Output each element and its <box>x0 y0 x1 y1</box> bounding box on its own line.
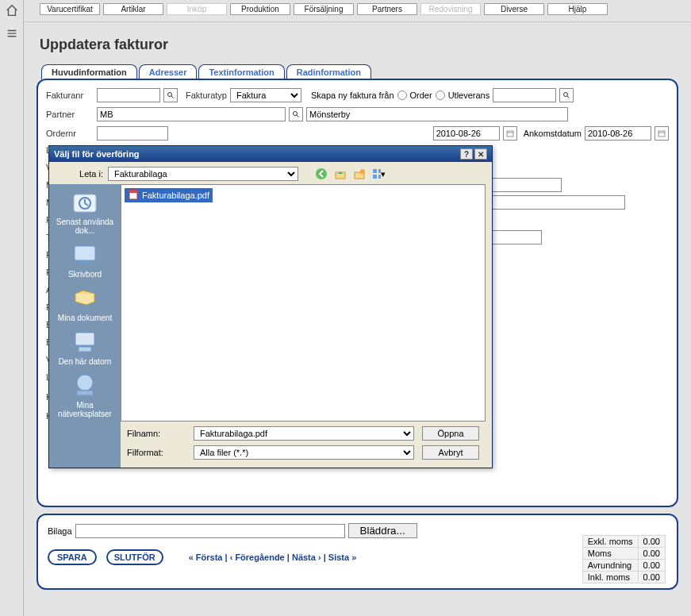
places-bar: Senast använda dok... Skrivbord Mina dok… <box>49 184 121 468</box>
file-item-0[interactable]: Fakturabilaga.pdf <box>125 188 213 202</box>
menu-redovisning: Redovisning <box>420 3 481 15</box>
save-button[interactable]: SPARA <box>48 549 97 565</box>
nav-next[interactable]: Nästa › <box>292 552 321 562</box>
totals-table: Exkl. moms0.00 Moms0.00 Avrundning0.00 I… <box>582 535 666 583</box>
svg-rect-12 <box>378 175 381 179</box>
svg-rect-16 <box>81 261 89 264</box>
dialog-title: Välj fil för överföring <box>54 149 140 159</box>
menu-artiklar[interactable]: Artiklar <box>103 3 163 15</box>
select-fakturatyp[interactable]: Faktura <box>230 88 301 102</box>
finish-button[interactable]: SLUTFÖR <box>106 549 163 565</box>
svg-point-1 <box>564 93 568 97</box>
pdf-icon <box>128 189 139 202</box>
place-computer[interactable]: Den här datorn <box>51 327 119 366</box>
label-filnamn: Filnamn: <box>127 429 186 438</box>
totals-label-1: Moms <box>582 548 638 560</box>
input-utleverans[interactable] <box>493 88 556 102</box>
place-label-0: Senast använda dok... <box>51 218 119 235</box>
menu-partners[interactable]: Partners <box>357 3 417 15</box>
place-desktop[interactable]: Skrivbord <box>51 240 119 279</box>
radio-order[interactable] <box>397 90 407 100</box>
nav-prev[interactable]: ‹ Föregående <box>230 552 285 562</box>
svg-rect-11 <box>373 175 377 179</box>
menu-hjalp[interactable]: Hjälp <box>547 3 608 15</box>
top-menu: Varucertifikat Artiklar Inköp Produktion… <box>24 0 691 22</box>
list-icon[interactable] <box>5 41 19 51</box>
place-label-4: Mina nätverksplatser <box>51 401 119 418</box>
totals-label-2: Avrundning <box>582 560 638 572</box>
svg-rect-4 <box>658 131 665 137</box>
svg-rect-9 <box>373 169 377 173</box>
label-fakturanr: Fakturanr <box>46 90 94 100</box>
browse-button[interactable]: Bläddra... <box>348 523 417 538</box>
svg-point-8 <box>360 169 365 174</box>
svg-point-5 <box>316 168 327 179</box>
svg-rect-20 <box>77 391 93 395</box>
totals-label-3: Inkl. moms <box>582 572 638 583</box>
place-network[interactable]: Mina nätverksplatser <box>51 371 119 418</box>
input-partner[interactable] <box>97 107 286 121</box>
search-fakturanr-icon[interactable] <box>163 88 178 102</box>
select-filformat[interactable]: Alla filer (*.*) <box>194 445 414 460</box>
nav-last[interactable]: Sista » <box>328 552 356 562</box>
tab-radinformation[interactable]: Radinformation <box>286 64 371 79</box>
label-order: Order <box>410 90 432 100</box>
svg-rect-15 <box>75 246 95 260</box>
nav-first[interactable]: « Första <box>189 552 223 562</box>
radio-utleverans[interactable] <box>436 90 445 100</box>
input-ordernr[interactable] <box>97 126 168 141</box>
tab-adresser[interactable]: Adresser <box>139 64 198 79</box>
search-partner-icon[interactable] <box>289 107 303 121</box>
menu-diverse[interactable]: Diverse <box>484 3 544 15</box>
totals-label-0: Exkl. moms <box>582 536 638 548</box>
cancel-button[interactable]: Avbryt <box>422 445 479 460</box>
menu-varucertifikat[interactable]: Varucertifikat <box>40 3 100 15</box>
tab-textinformation[interactable]: Textinformation <box>198 64 284 79</box>
input-bilaga[interactable] <box>75 524 345 538</box>
input-fakturanr[interactable] <box>97 88 160 102</box>
label-partner: Partner <box>46 110 94 119</box>
label-bilaga: Bilaga <box>48 526 72 536</box>
totals-value-1: 0.00 <box>638 548 665 560</box>
svg-point-19 <box>77 375 93 391</box>
search-utleverans-icon[interactable] <box>559 88 574 102</box>
menu-produktion[interactable]: Produktion <box>230 3 290 15</box>
calendar-icon-2[interactable] <box>655 126 669 141</box>
place-docs[interactable]: Mina dokument <box>51 283 119 322</box>
label-filformat: Filformat: <box>127 448 186 457</box>
dialog-titlebar[interactable]: Välj fil för överföring ? ✕ <box>49 146 492 162</box>
new-folder-icon[interactable] <box>352 167 367 181</box>
views-icon[interactable]: ▾ <box>371 167 386 181</box>
input-filnamn[interactable]: Fakturabilaga.pdf <box>194 426 414 441</box>
label-leta-i: Leta i: <box>56 169 103 179</box>
menu-forsaljning[interactable]: Försäljning <box>294 3 354 15</box>
select-leta-i[interactable]: Fakturabilaga <box>108 167 298 181</box>
back-icon[interactable] <box>314 167 328 181</box>
up-folder-icon[interactable] <box>333 167 347 181</box>
file-list[interactable]: Fakturabilaga.pdf <box>121 184 486 422</box>
bottom-panel: Bilaga Bläddra... SPARA SLUTFÖR « Första… <box>36 514 678 590</box>
label-fakturatyp: Fakturatyp <box>186 90 227 100</box>
place-label-3: Den här datorn <box>51 357 119 366</box>
input-date1[interactable] <box>433 126 500 141</box>
obscured-input-b[interactable] <box>482 195 625 210</box>
calendar-icon-1[interactable] <box>503 126 517 141</box>
totals-value-3: 0.00 <box>638 572 665 583</box>
obscured-input-a[interactable] <box>482 178 562 192</box>
open-button[interactable]: Öppna <box>422 426 479 441</box>
label-utleverans: Utleverans <box>448 90 490 100</box>
tab-huvudinformation[interactable]: Huvudinformation <box>41 64 137 79</box>
label-ankomstdatum: Ankomstdatum <box>524 129 582 138</box>
totals-row: Exkl. moms0.00 <box>582 536 665 548</box>
input-ankomstdatum[interactable] <box>585 126 651 141</box>
left-rail <box>0 0 24 616</box>
dialog-close-icon[interactable]: ✕ <box>474 148 487 160</box>
svg-rect-22 <box>129 190 137 193</box>
svg-rect-18 <box>79 347 91 352</box>
dialog-help-icon[interactable]: ? <box>460 148 473 160</box>
svg-rect-3 <box>507 131 513 137</box>
home-icon[interactable] <box>5 17 19 27</box>
place-recent[interactable]: Senast använda dok... <box>51 187 119 235</box>
totals-value-2: 0.00 <box>638 560 665 572</box>
place-label-2: Mina dokument <box>51 314 119 322</box>
